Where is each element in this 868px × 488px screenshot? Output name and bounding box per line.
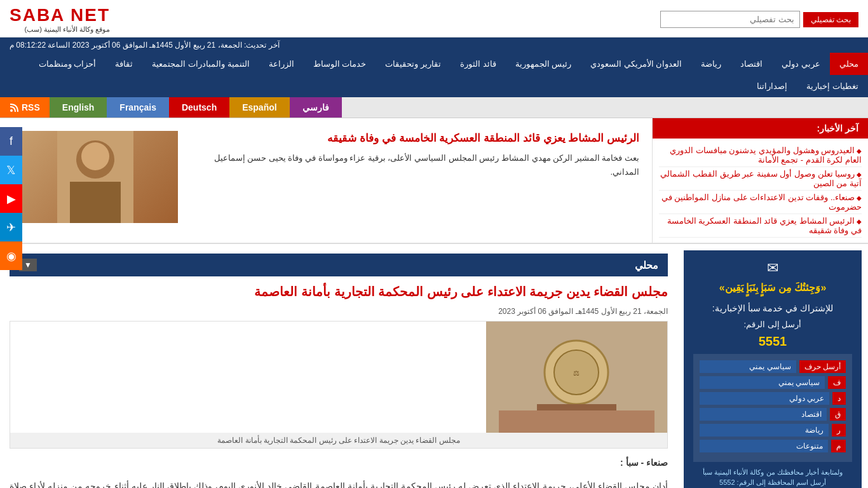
sub-char-dal: د: [832, 392, 846, 405]
youtube-button[interactable]: ▶: [0, 184, 22, 213]
sub-row-3: د عربي دولي: [700, 392, 846, 405]
sub-send-label: أرسل حرف: [799, 360, 846, 373]
article-image-svg: ⚖: [486, 322, 667, 433]
article-location: صنعاء - سبأ :: [10, 455, 668, 471]
date-text: آخر تحديث: الجمعة، 21 ربيع الأول 1445هـ …: [10, 41, 280, 50]
nav-arabi-dawali[interactable]: عربي دولي: [772, 53, 830, 75]
list-item[interactable]: العيدروس وهشول والمؤيدي يدشنون مبافسات ا…: [659, 144, 862, 167]
date-bar: آخر تحديث: الجمعة، 21 ربيع الأول 1445هـ …: [0, 37, 868, 53]
rss-sidebar-button[interactable]: ◉: [0, 241, 22, 270]
nav-iqtisad[interactable]: اقتصاد: [731, 53, 772, 75]
top-header: SABA NET موقع وكالة الأنباء اليمنية (سب)…: [0, 0, 868, 37]
nav-ahzab[interactable]: أحزاب ومنظمات: [29, 53, 106, 75]
list-item[interactable]: صنعاء.. وقفات تدين الاعتداءات على منازل …: [659, 191, 862, 214]
featured-text: الرئيس المشاط يعزي قائد المنطقة العسكرية…: [187, 131, 639, 223]
breaking-news-list: العيدروس وهشول والمؤيدي يدشنون مبافسات ا…: [653, 139, 868, 243]
article-date: الجمعة، 21 ربيع الأول 1445هـ الموافق 06 …: [10, 307, 668, 316]
paper-plane-icon: ✉: [693, 260, 852, 276]
nav-taqarir[interactable]: تقارير وتحقيقات: [376, 53, 451, 75]
subscription-intro: للإشتراك في خدمة سبأ الإخبارية:: [693, 303, 852, 313]
sub-row-2: ف سياسي يمني: [700, 376, 846, 389]
language-german[interactable]: Deutsch: [169, 97, 229, 118]
featured-title[interactable]: الرئيس المشاط يعزي قائد المنطقة العسكرية…: [187, 131, 639, 146]
site-logo: SABA NET موقع وكالة الأنباء اليمنية (سب): [10, 5, 110, 34]
sub-char-fa: ف: [828, 376, 846, 389]
nav-thaqafa[interactable]: ثقافة: [105, 53, 142, 75]
nav-tanmiya[interactable]: التنمية والمبادرات المجتمعية: [142, 53, 259, 75]
rss-button[interactable]: RSS: [0, 97, 50, 118]
article-title[interactable]: مجلس القضاء يدين جريمة الاعتداء على رئيس…: [10, 283, 668, 301]
article-image-caption: مجلس القضاء يدين جريمة الاعتداء على رئيس…: [10, 433, 667, 448]
breaking-link[interactable]: العيدروس وهشول والمؤيدي يدشنون مبافسات ا…: [670, 146, 862, 165]
sub-row-6: م متنوعات: [700, 440, 846, 452]
featured-body: بعث فخامة المشير الركن مهدي المشاط رئيس …: [187, 151, 639, 179]
nav-mahali[interactable]: محلي: [830, 53, 868, 75]
nav-qaed[interactable]: قائد الثورة: [451, 53, 506, 75]
nav-khadamat[interactable]: خدمات الوساط: [304, 53, 376, 75]
svg-point-4: [81, 142, 109, 170]
facebook-button[interactable]: f: [0, 127, 22, 156]
svg-rect-20: [537, 404, 616, 410]
rss-sidebar-icon: ◉: [6, 249, 17, 263]
twitter-icon: 𝕏: [6, 163, 16, 177]
subscription-send: أرسل إلى الرقم:: [693, 320, 852, 329]
nav-taghtiyat[interactable]: تغطيات إخبارية: [797, 75, 868, 97]
twitter-button[interactable]: 𝕏: [0, 156, 22, 184]
search-button[interactable]: بحث تفصيلي: [803, 12, 858, 27]
main-article-area: محلي ▼ مجلس القضاء يدين جريمة الاعتداء ع…: [0, 244, 677, 488]
facebook-icon: f: [10, 135, 13, 148]
search-input[interactable]: [660, 11, 800, 28]
language-farsi[interactable]: فارسي: [290, 97, 342, 118]
nav-raees[interactable]: رئيس الجمهورية: [506, 53, 581, 75]
sidebar: ✉ «وَجِئتُكَ مِن سَبَإٍ بِنَبَإٍ يَقِين»…: [677, 244, 868, 488]
subscription-footer1: ولمتابعة أخبار محافظتك من وكالة الأنباء …: [693, 468, 852, 477]
sub-row-4: ق اقتصاد: [700, 408, 846, 421]
content-wrapper: ✉ «وَجِئتُكَ مِن سَبَإٍ بِنَبَإٍ يَقِين»…: [0, 244, 868, 488]
telegram-button[interactable]: ✈: [0, 213, 22, 241]
sub-char-mim: م: [831, 440, 846, 452]
sub-type-6: متنوعات: [700, 440, 828, 452]
nav-udwan[interactable]: العدوان الأمريكي السعودي: [581, 53, 691, 75]
sub-type-3: عربي دولي: [700, 392, 829, 405]
svg-text:⚖: ⚖: [573, 369, 580, 377]
sub-type-4: اقتصاد: [700, 408, 827, 421]
article-image-box: ⚖ مجلس القضاء يدين جريمة الاعتداء على رئ…: [10, 321, 668, 449]
article-body: صنعاء - سبأ : أدان مجلس القضاء الأعلى، ج…: [10, 455, 668, 488]
language-english[interactable]: English: [50, 97, 107, 118]
breaking-link[interactable]: صنعاء.. وقفات تدين الاعتداءات على منازل …: [661, 193, 862, 212]
search-section: بحث تفصيلي: [660, 11, 858, 28]
section-title: محلي: [635, 259, 658, 271]
breaking-news-panel: آخر الأخبار: العيدروس وهشول والمؤيدي يدش…: [652, 118, 868, 243]
featured-content: الرئيس المشاط يعزي قائد المنطقة العسكرية…: [6, 125, 646, 229]
language-french[interactable]: Français: [107, 97, 169, 118]
list-item[interactable]: روسيا تعلن وصول أول سفينة عبر طريق القطب…: [659, 167, 862, 191]
sub-char-qaf: ق: [830, 408, 846, 421]
subscription-form: أرسل حرف سياسي يمني ف سياسي يمني د عربي …: [693, 354, 852, 462]
nav-isdaratna[interactable]: إصداراتنا: [747, 75, 797, 97]
sub-char-ra: ر: [832, 424, 846, 437]
sub-type-1: سياسي يمني: [700, 360, 796, 373]
featured-image: [13, 131, 178, 223]
svg-point-0: [10, 109, 13, 112]
rss-icon: [10, 102, 20, 112]
breaking-link[interactable]: روسيا تعلن وصول أول سفينة عبر طريق القطب…: [660, 169, 862, 188]
social-sidebar: f 𝕏 ▶ ✈ ◉: [0, 127, 22, 270]
language-bar: RSS English Français Deutsch Español فار…: [0, 97, 868, 118]
nav-riyadha[interactable]: رياضة: [691, 53, 731, 75]
main-navigation: محلي عربي دولي اقتصاد رياضة العدوان الأم…: [0, 53, 868, 97]
article-paragraph-1: أدان مجلس القضاء الأعلى، جريمة الاعتداء …: [10, 478, 668, 488]
logo-subtitle: موقع وكالة الأنباء اليمنية (سب): [25, 25, 111, 34]
breaking-news-label: آخر الأخبار:: [653, 118, 868, 139]
section-header: محلي ▼: [10, 254, 668, 276]
sub-type-2: سياسي يمني: [700, 376, 825, 389]
svg-rect-3: [70, 182, 121, 223]
subscription-footer2: أرسل اسم المحافظة إلى الرقم: 5552: [693, 478, 852, 487]
article-image: ⚖: [486, 322, 667, 433]
breaking-link[interactable]: الرئيس المشاط يعزي قائد المنطقة العسكرية…: [667, 216, 862, 235]
sub-row-1: أرسل حرف سياسي يمني: [700, 360, 846, 373]
list-item[interactable]: الرئيس المشاط يعزي قائد المنطقة العسكرية…: [659, 214, 862, 238]
language-spanish[interactable]: Español: [229, 97, 289, 118]
sub-type-5: رياضة: [700, 424, 829, 437]
nav-ziraa[interactable]: الزراعة: [259, 53, 304, 75]
featured-article: الرئيس المشاط يعزي قائد المنطقة العسكرية…: [0, 118, 652, 243]
